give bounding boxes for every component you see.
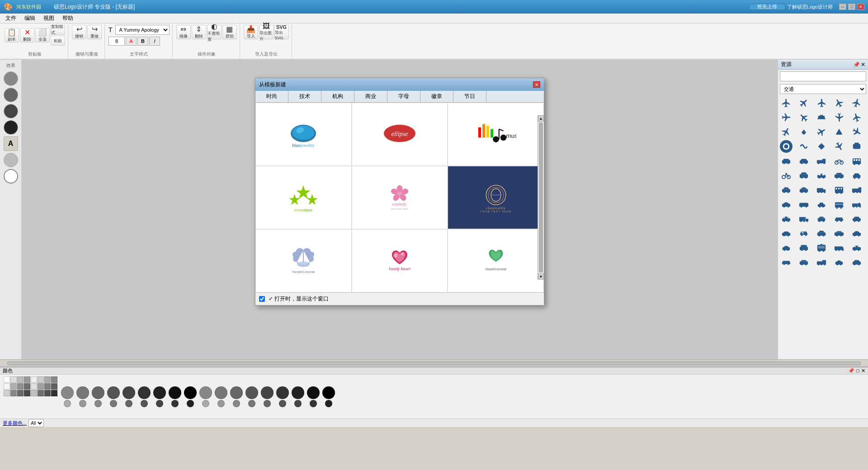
canvas-area[interactable]: 从模板新建 ✕ 时尚 技术 机构 商业 字母 徽章 节日 [22, 60, 778, 359]
res-icon-suv1[interactable] [797, 169, 810, 182]
res-icon-car22[interactable] [797, 256, 810, 268]
menu-view[interactable]: 视图 [40, 14, 58, 23]
color-dot-large[interactable] [184, 386, 197, 399]
res-icon-3[interactable] [815, 97, 828, 109]
res-icon-car5[interactable] [850, 169, 863, 182]
import-button[interactable]: 📥导入 [244, 25, 258, 39]
res-icon-15[interactable] [850, 126, 863, 138]
export-svg-button[interactable]: SVG导出SVG [274, 25, 289, 39]
color-swatch[interactable] [17, 376, 24, 383]
color-pin-icon[interactable]: 📌 [848, 368, 854, 374]
color-dot-large[interactable] [292, 386, 304, 399]
color-swatch[interactable] [17, 383, 24, 390]
group-button[interactable]: ▦群组 [222, 25, 237, 39]
res-icon-6[interactable] [780, 111, 793, 124]
color-close-icon[interactable]: ✕ [861, 368, 865, 374]
res-icon-car6[interactable] [780, 183, 793, 196]
res-icon-bike1[interactable] [780, 169, 793, 182]
color-swatch[interactable] [44, 383, 51, 390]
res-icon-car19[interactable] [797, 241, 810, 254]
res-icon-car2[interactable] [797, 155, 810, 167]
upload-button[interactable]: 抢先上传 [749, 4, 785, 10]
color-swatch[interactable] [38, 390, 44, 396]
tab-fashion[interactable]: 时尚 [255, 91, 288, 102]
color-swatch[interactable] [10, 376, 17, 383]
res-icon-car14[interactable] [797, 227, 810, 240]
copyformat-button[interactable]: 复制格式 [51, 25, 65, 35]
color-swatch[interactable] [24, 383, 30, 390]
res-icon-19[interactable] [833, 140, 845, 153]
color-dot-large[interactable] [76, 386, 89, 399]
color-dot-large[interactable] [107, 386, 120, 399]
bold-btn[interactable]: B [137, 37, 148, 46]
color-dot-small[interactable] [264, 400, 271, 407]
export-image-button[interactable]: 🖼导出图片 [259, 25, 274, 39]
res-icon-5[interactable] [850, 97, 863, 109]
scroll-thumb[interactable] [539, 122, 543, 273]
color-dot-large[interactable] [322, 386, 335, 399]
res-icon-car11[interactable] [833, 212, 845, 225]
color-dot-large[interactable] [169, 386, 181, 399]
logo-music[interactable]: music [448, 103, 544, 166]
res-icon-13[interactable] [815, 126, 828, 138]
tab-tech[interactable]: 技术 [288, 91, 321, 102]
color-swatch[interactable] [10, 383, 17, 390]
res-icon-car12[interactable] [850, 212, 863, 225]
color-swatch[interactable] [44, 390, 51, 396]
color-dot-large[interactable] [307, 386, 320, 399]
tab-letter[interactable]: 字母 [387, 91, 420, 102]
tab-badge[interactable]: 徽章 [420, 91, 453, 102]
res-icon-truck4[interactable] [850, 198, 863, 211]
tool-dark-circle[interactable] [4, 120, 18, 135]
tool-circle[interactable] [4, 88, 18, 102]
scroll-up-arrow[interactable]: ▲ [538, 115, 544, 122]
logo-heartcoronal[interactable]: HeartCoronal [448, 229, 544, 292]
color-dot-large[interactable] [199, 386, 212, 399]
color-swatch[interactable] [31, 390, 37, 396]
menu-help[interactable]: 帮助 [59, 14, 77, 23]
tool-filled-rect[interactable] [4, 71, 18, 86]
maximize-button[interactable]: □ [848, 4, 855, 10]
color-swatch[interactable] [44, 376, 51, 383]
undo-button[interactable]: ↩撤销 [72, 25, 86, 39]
res-icon-9[interactable] [833, 111, 845, 124]
color-swatch[interactable] [4, 390, 10, 396]
res-icon-van[interactable] [797, 198, 810, 211]
tab-business[interactable]: 商业 [354, 91, 387, 102]
selectall-button[interactable]: ⬜全选 [35, 28, 50, 42]
redo-button[interactable]: ↪重做 [87, 25, 102, 39]
res-icon-truck3[interactable] [850, 183, 863, 196]
res-icon-7[interactable] [797, 111, 810, 124]
res-icon-truck6[interactable] [833, 241, 845, 254]
res-icon-11[interactable] [780, 126, 793, 138]
mirror-button[interactable]: ⇔镜像 [176, 25, 191, 39]
res-icon-car17[interactable] [850, 227, 863, 240]
flip-button[interactable]: ⇕翻转 [192, 25, 206, 39]
more-colors-link[interactable]: 更多颜色... [3, 420, 27, 427]
scroll-down-arrow[interactable]: ▼ [538, 273, 544, 280]
copy-button[interactable]: 📋副本 [5, 28, 19, 42]
right-panel-pin[interactable]: 📌 [853, 61, 860, 68]
color-swatch[interactable] [31, 376, 37, 383]
color-swatch[interactable] [31, 383, 37, 390]
color-dot-small[interactable] [310, 400, 317, 407]
color-dot-small[interactable] [325, 400, 332, 407]
res-icon-car10[interactable] [815, 212, 828, 225]
color-dot-large[interactable] [276, 386, 289, 399]
resource-search-input[interactable] [780, 71, 866, 81]
delete-button[interactable]: ✕删除 [20, 28, 34, 42]
show-on-open-checkbox[interactable] [259, 296, 265, 302]
color-dot-large[interactable] [230, 386, 243, 399]
color-dot-large[interactable] [153, 386, 166, 399]
res-icon-4[interactable] [833, 97, 845, 109]
right-panel-close[interactable]: ✕ [861, 61, 865, 68]
color-swatch[interactable] [4, 383, 10, 390]
hscroll-track[interactable] [7, 362, 861, 365]
res-icon-bus3[interactable] [833, 198, 845, 211]
res-icon-car9[interactable] [780, 212, 793, 225]
res-icon-truck5[interactable] [797, 212, 810, 225]
tool-filled-circle[interactable] [4, 104, 18, 118]
color-swatch[interactable] [51, 383, 57, 390]
res-icon-10[interactable] [850, 111, 863, 124]
res-icon-car13[interactable] [780, 227, 793, 240]
